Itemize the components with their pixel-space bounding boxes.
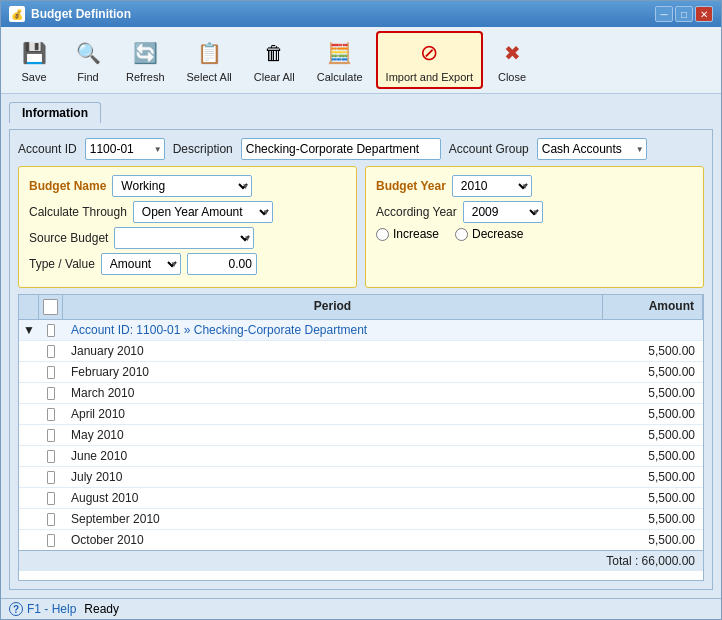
amount-col-header: Amount	[603, 295, 703, 319]
row-checkbox-5[interactable]	[47, 450, 55, 463]
budget-name-select[interactable]: Working	[112, 175, 252, 197]
calculate-button[interactable]: 🧮 Calculate	[308, 32, 372, 88]
row-checkbox-8[interactable]	[47, 513, 55, 526]
budget-box-left: Budget Name Working Calculate Through Op…	[18, 166, 357, 288]
select-all-checkbox[interactable]	[43, 299, 58, 315]
type-select[interactable]: Amount	[101, 253, 181, 275]
source-budget-select-wrap	[114, 227, 254, 249]
row-period-5: June 2010	[63, 446, 603, 466]
title-bar: 💰 Budget Definition ─ □ ✕	[1, 1, 721, 27]
group-row: ▼ Account ID: 1100-01 » Checking-Corpora…	[19, 320, 703, 341]
account-group-select[interactable]: Cash Accounts Savings Accounts Other	[537, 138, 647, 160]
decrease-radio[interactable]	[455, 228, 468, 241]
find-button[interactable]: 🔍 Find	[63, 32, 113, 88]
row-period-9: October 2010	[63, 530, 603, 550]
row-amount-5: 5,500.00	[603, 446, 703, 466]
row-checkbox-2[interactable]	[47, 387, 55, 400]
row-checkbox-9[interactable]	[47, 534, 55, 547]
budget-name-select-wrap: Working	[112, 175, 252, 197]
window-icon: 💰	[9, 6, 25, 22]
according-year-row: According Year 2009 2008 2010	[376, 201, 693, 223]
calculate-through-row: Calculate Through Open Year Amount	[29, 201, 346, 223]
row-amount-8: 5,500.00	[603, 509, 703, 529]
select-all-button[interactable]: 📋 Select All	[178, 32, 241, 88]
save-button[interactable]: 💾 Save	[9, 32, 59, 88]
clear-all-label: Clear All	[254, 71, 295, 83]
description-input[interactable]	[241, 138, 441, 160]
table-body[interactable]: ▼ Account ID: 1100-01 » Checking-Corpora…	[19, 320, 703, 550]
table-row: July 2010 5,500.00	[19, 467, 703, 488]
total-label: Total : 66,000.00	[606, 554, 695, 568]
status-text: Ready	[84, 602, 119, 616]
budget-year-select[interactable]: 2010 2009 2011	[452, 175, 532, 197]
row-checkbox-0[interactable]	[47, 345, 55, 358]
help-link[interactable]: ? F1 - Help	[9, 602, 76, 616]
row-period-4: May 2010	[63, 425, 603, 445]
minimize-button[interactable]: ─	[655, 6, 673, 22]
select-all-label: Select All	[187, 71, 232, 83]
toolbar: 💾 Save 🔍 Find 🔄 Refresh 📋 Select All 🗑 C…	[1, 27, 721, 94]
row-checkbox-6[interactable]	[47, 471, 55, 484]
tab-information[interactable]: Information	[9, 102, 101, 123]
decrease-label: Decrease	[472, 227, 523, 241]
save-label: Save	[21, 71, 46, 83]
account-id-select-wrap: 1100-01	[85, 138, 165, 160]
find-label: Find	[77, 71, 98, 83]
row-checkbox-3[interactable]	[47, 408, 55, 421]
row-amount-3: 5,500.00	[603, 404, 703, 424]
row-amount-9: 5,500.00	[603, 530, 703, 550]
find-icon: 🔍	[72, 37, 104, 69]
row-amount-7: 5,500.00	[603, 488, 703, 508]
increase-label: Increase	[393, 227, 439, 241]
increase-radio-item: Increase	[376, 227, 439, 241]
import-export-button[interactable]: ⊘ Import and Export	[376, 31, 483, 89]
value-input[interactable]	[187, 253, 257, 275]
table-row: June 2010 5,500.00	[19, 446, 703, 467]
close-window-button[interactable]: ✕	[695, 6, 713, 22]
row-period-1: February 2010	[63, 362, 603, 382]
close-icon: ✖	[496, 37, 528, 69]
row-amount-1: 5,500.00	[603, 362, 703, 382]
row-amount-4: 5,500.00	[603, 425, 703, 445]
increase-radio[interactable]	[376, 228, 389, 241]
according-year-select-wrap: 2009 2008 2010	[463, 201, 543, 223]
account-id-label: Account ID	[18, 142, 77, 156]
row-checkbox-7[interactable]	[47, 492, 55, 505]
according-year-label: According Year	[376, 205, 457, 219]
budget-name-label: Budget Name	[29, 179, 106, 193]
source-budget-select[interactable]	[114, 227, 254, 249]
group-label: Account ID: 1100-01 » Checking-Corporate…	[63, 320, 603, 340]
clear-all-button[interactable]: 🗑 Clear All	[245, 32, 304, 88]
increase-decrease-row: Increase Decrease	[376, 227, 693, 241]
header-expand-col	[19, 295, 39, 319]
row-checkbox-4[interactable]	[47, 429, 55, 442]
calculate-icon: 🧮	[324, 37, 356, 69]
according-year-select[interactable]: 2009 2008 2010	[463, 201, 543, 223]
window-title: Budget Definition	[31, 7, 131, 21]
table-row: March 2010 5,500.00	[19, 383, 703, 404]
group-checkbox[interactable]	[47, 324, 55, 337]
refresh-button[interactable]: 🔄 Refresh	[117, 32, 174, 88]
budget-box-right: Budget Year 2010 2009 2011 According Yea…	[365, 166, 704, 288]
close-button[interactable]: ✖ Close	[487, 32, 537, 88]
row-checkbox-1[interactable]	[47, 366, 55, 379]
row-period-3: April 2010	[63, 404, 603, 424]
expand-icon[interactable]: ▼	[19, 320, 39, 340]
tab-bar: Information	[9, 102, 713, 123]
account-row: Account ID 1100-01 Description Account G…	[18, 138, 704, 160]
group-amount	[603, 327, 703, 333]
budget-year-row: Budget Year 2010 2009 2011	[376, 175, 693, 197]
calculate-through-label: Calculate Through	[29, 205, 127, 219]
budget-year-label: Budget Year	[376, 179, 446, 193]
row-period-2: March 2010	[63, 383, 603, 403]
account-id-select[interactable]: 1100-01	[85, 138, 165, 160]
maximize-button[interactable]: □	[675, 6, 693, 22]
status-bar: ? F1 - Help Ready	[1, 598, 721, 619]
row-period-7: August 2010	[63, 488, 603, 508]
period-col-header: Period	[63, 295, 603, 319]
calculate-through-select[interactable]: Open Year Amount	[133, 201, 273, 223]
row-period-8: September 2010	[63, 509, 603, 529]
help-icon: ?	[9, 602, 23, 616]
row-amount-6: 5,500.00	[603, 467, 703, 487]
row-amount-0: 5,500.00	[603, 341, 703, 361]
